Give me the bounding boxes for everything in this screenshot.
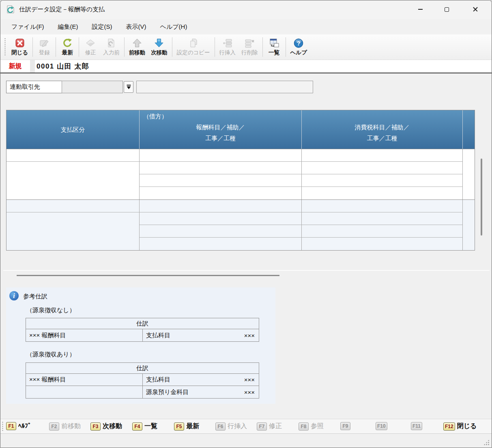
header-tax-account: 消費税科目／補助／ 工事／工種: [302, 110, 463, 149]
copy-settings-icon: [188, 38, 199, 48]
record-info: 0001 山田 太郎: [35, 60, 492, 73]
linked-partner-code-input[interactable]: [62, 81, 123, 93]
f1-label: ﾍﾙﾌﾟ: [18, 422, 31, 430]
function-key-bar: F1 ﾍﾙﾌﾟ F2 前移動 F3 次移動 F4 一覧 F5 最新 F6 行挿入…: [0, 419, 492, 434]
minimize-button[interactable]: [411, 1, 430, 18]
toolbar-modify-button: 修正: [81, 37, 100, 58]
withholding-table: 仕訳 ××× 報酬科目 支払科目 ××× 源泉預り金科目 ×××: [26, 362, 259, 399]
f8-keycap: F8: [299, 422, 309, 431]
fkey-f5[interactable]: F5 最新: [174, 422, 199, 431]
toolbar-help-label: ヘルプ: [290, 49, 307, 56]
table-cell[interactable]: [140, 174, 302, 187]
menu-view[interactable]: 表示(V): [125, 22, 147, 32]
toolbar-register-label: 登録: [39, 49, 50, 56]
record-strip-gap: [30, 60, 35, 73]
toolbar-separator: [172, 37, 172, 57]
table-cell[interactable]: [140, 162, 302, 174]
separator-bar: [17, 275, 279, 276]
table-cell[interactable]: [6, 200, 140, 212]
menu-file[interactable]: ファイル(F): [11, 22, 45, 32]
fkey-f4[interactable]: F4 一覧: [132, 422, 157, 431]
table-cell[interactable]: [302, 238, 463, 250]
toolbar-move-prev-button[interactable]: 前移動: [126, 37, 148, 58]
table-cell[interactable]: [140, 187, 302, 199]
f3-label: 次移動: [103, 422, 122, 431]
table-cell[interactable]: [6, 212, 140, 250]
info-icon: i: [9, 291, 19, 300]
table-cell[interactable]: [463, 200, 475, 250]
toolbar-close-label: 閉じる: [11, 49, 28, 56]
journal-row: ××× 報酬科目 支払科目 ×××: [26, 329, 259, 341]
journal-row: ××× 報酬科目 支払科目 ×××: [26, 374, 259, 386]
maximize-icon: [445, 7, 449, 12]
header-pay-class-label: 支払区分: [61, 124, 85, 135]
table-cell[interactable]: [302, 149, 463, 162]
table-group-1: [6, 149, 475, 200]
table-scrollbar[interactable]: [481, 159, 482, 236]
table-cell[interactable]: [140, 200, 302, 212]
table-cell[interactable]: [6, 162, 140, 199]
minimize-icon: [418, 9, 423, 10]
fkey-f3[interactable]: F3 次移動: [90, 422, 122, 431]
linked-partner-dropdown-button[interactable]: [124, 81, 133, 93]
toolbar-refresh-button[interactable]: 最新: [58, 37, 77, 58]
move-next-icon: [154, 38, 164, 48]
table-cell[interactable]: [302, 187, 463, 199]
menu-edit[interactable]: 編集(E): [57, 22, 79, 32]
f7-label: 修正: [269, 422, 282, 431]
app-window: 仕訳データ設定－報酬等の支払 ファイル(F) 編集(E) 設定(S) 表示(V)…: [0, 0, 492, 448]
toolbar-separator: [32, 37, 33, 57]
table-cell[interactable]: [302, 200, 463, 212]
maximize-button[interactable]: [437, 1, 456, 18]
table-cell[interactable]: [302, 162, 463, 174]
linked-partner-label: 連動取引先: [6, 81, 62, 93]
table-cell[interactable]: [140, 225, 302, 238]
list-icon: [269, 38, 279, 48]
credit-entry: 支払科目 ×××: [143, 374, 259, 386]
f11-keycap: F11: [411, 422, 422, 430]
dropdown-arrow-icon: [127, 84, 131, 90]
toolbar-refresh-label: 最新: [62, 49, 73, 56]
toolbar-list-button[interactable]: 一覧: [264, 37, 284, 58]
table-cell[interactable]: [140, 238, 302, 250]
fkey-f12[interactable]: F12 閉じる: [443, 422, 477, 431]
close-window-button[interactable]: [466, 1, 485, 18]
titlebar: 仕訳データ設定－報酬等の支払: [0, 0, 492, 19]
modify-icon: [85, 38, 96, 48]
reference-title: 参考仕訳: [23, 293, 47, 300]
linked-partner-name-field: [136, 81, 313, 93]
menubar: ファイル(F) 編集(E) 設定(S) 表示(V) ヘルプ(H): [0, 19, 492, 34]
table-cell[interactable]: [140, 149, 302, 162]
f4-keycap: F4: [132, 422, 142, 431]
header-tax-line1: 消費税科目／補助／: [355, 122, 410, 133]
f10-keycap: F10: [376, 422, 387, 430]
table-cell[interactable]: [302, 174, 463, 187]
svg-text:?: ?: [297, 40, 301, 47]
menu-help[interactable]: ヘルプ(H): [159, 22, 188, 32]
toolbar-close-button[interactable]: 閉じる: [9, 37, 31, 58]
table-cell[interactable]: [302, 212, 463, 225]
close-icon: [15, 38, 25, 48]
resize-grip[interactable]: [483, 439, 490, 446]
debit-entry: [26, 386, 143, 398]
debit-entry: ××× 報酬科目: [26, 374, 143, 386]
toolbar-help-button[interactable]: ? ヘルプ: [288, 37, 310, 58]
toolbar-delete-row-button: 行削除: [238, 37, 261, 58]
table-cell[interactable]: [6, 149, 140, 162]
debit-entry: ××× 報酬科目: [26, 329, 143, 341]
menu-settings[interactable]: 設定(S): [91, 22, 113, 32]
fkey-f8: F8 参照: [299, 422, 324, 431]
table-cell[interactable]: [463, 149, 475, 199]
fkey-f10: F10: [376, 422, 389, 430]
toolbar-move-next-button[interactable]: 次移動: [148, 37, 170, 58]
table-cell[interactable]: [302, 225, 463, 238]
f5-label: 最新: [186, 422, 199, 431]
fkey-bar-grip: [2, 421, 4, 432]
before-input-icon: [106, 38, 116, 48]
toolbar-before-input-button: 入力前: [100, 37, 122, 58]
fkey-f1[interactable]: F1 ﾍﾙﾌﾟ: [6, 422, 31, 430]
fkey-f9: F9: [340, 422, 352, 430]
toolbar-grip: [4, 38, 6, 56]
table-cell[interactable]: [140, 212, 302, 225]
toolbar-register-button: 登録: [34, 37, 54, 58]
